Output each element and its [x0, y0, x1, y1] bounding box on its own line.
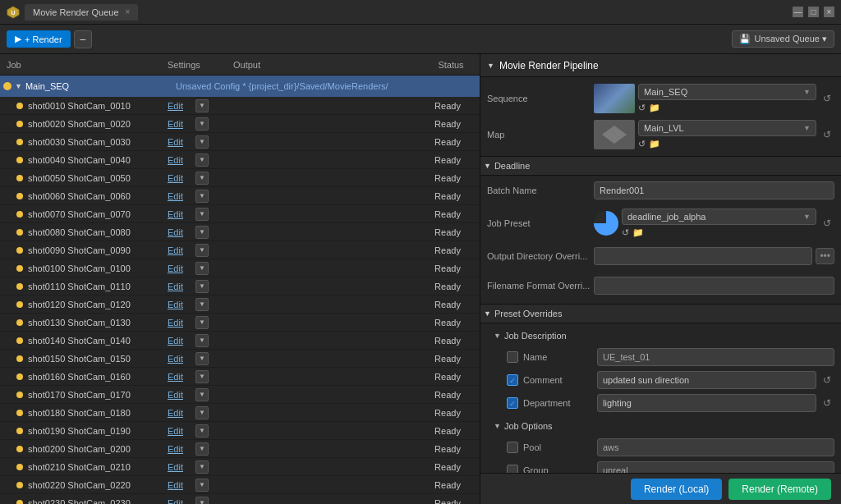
sequence-folder-icon[interactable]: 📁 [649, 103, 660, 113]
table-row[interactable]: shot0080 ShotCam_0080 Edit ▼ Ready [0, 223, 480, 241]
shot-dropdown-button[interactable]: ▼ [195, 497, 209, 505]
shot-dropdown-button[interactable]: ▼ [195, 316, 209, 329]
table-row[interactable]: shot0060 ShotCam_0060 Edit ▼ Ready [0, 187, 480, 205]
deadline-section-header[interactable]: ▼ Deadline [480, 156, 841, 176]
shot-edit-link[interactable]: Edit [168, 372, 192, 382]
shot-dropdown-button[interactable]: ▼ [195, 334, 209, 347]
unsaved-queue-button[interactable]: 💾 Unsaved Queue ▾ [732, 30, 834, 48]
preset-refresh-icon[interactable]: ↺ [622, 227, 629, 238]
table-row[interactable]: shot0180 ShotCam_0180 Edit ▼ Ready [0, 404, 480, 422]
name-field-input[interactable] [597, 348, 834, 366]
job-description-header[interactable]: ▼ Job Description [490, 327, 834, 345]
shot-edit-link[interactable]: Edit [168, 191, 192, 201]
name-checkbox[interactable] [507, 351, 518, 363]
shot-dropdown-button[interactable]: ▼ [195, 406, 209, 419]
table-row[interactable]: shot0130 ShotCam_0130 Edit ▼ Ready [0, 314, 480, 332]
filename-format-input[interactable] [594, 277, 834, 295]
shot-dropdown-button[interactable]: ▼ [195, 244, 209, 257]
table-row[interactable]: shot0150 ShotCam_0150 Edit ▼ Ready [0, 350, 480, 368]
shot-edit-link[interactable]: Edit [168, 155, 192, 165]
remove-button[interactable]: − [74, 30, 92, 48]
table-row[interactable]: shot0140 ShotCam_0140 Edit ▼ Ready [0, 332, 480, 350]
preset-overrides-section-header[interactable]: ▼ Preset Overrides [480, 304, 841, 323]
minimize-button[interactable]: — [793, 7, 803, 17]
shot-dropdown-button[interactable]: ▼ [195, 226, 209, 239]
sequence-refresh-icon[interactable]: ↺ [638, 103, 646, 113]
shot-dropdown-button[interactable]: ▼ [195, 298, 209, 311]
pool-field-input[interactable] [597, 438, 834, 456]
shot-dropdown-button[interactable]: ▼ [195, 388, 209, 401]
shot-dropdown-button[interactable]: ▼ [195, 153, 209, 167]
shot-dropdown-button[interactable]: ▼ [195, 442, 209, 456]
pool-checkbox[interactable] [507, 442, 518, 453]
shot-dropdown-button[interactable]: ▼ [195, 370, 209, 383]
table-row[interactable]: shot0070 ShotCam_0070 Edit ▼ Ready [0, 205, 480, 223]
shot-edit-link[interactable]: Edit [168, 354, 192, 364]
shot-edit-link[interactable]: Edit [168, 336, 192, 346]
shot-dropdown-button[interactable]: ▼ [195, 117, 209, 131]
shot-edit-link[interactable]: Edit [168, 318, 192, 328]
shot-edit-link[interactable]: Edit [168, 173, 192, 183]
department-field-input[interactable] [597, 394, 816, 412]
shot-edit-link[interactable]: Edit [168, 462, 192, 472]
shot-dropdown-button[interactable]: ▼ [195, 208, 209, 221]
shot-dropdown-button[interactable]: ▼ [195, 262, 209, 275]
shot-dropdown-button[interactable]: ▼ [195, 135, 209, 149]
render-remote-button[interactable]: Render (Remote) [728, 479, 831, 500]
map-dropdown[interactable]: Main_LVL ▼ [638, 120, 816, 136]
department-checkbox[interactable]: ✓ [507, 397, 518, 409]
map-refresh-icon[interactable]: ↺ [638, 139, 646, 149]
shot-dropdown-button[interactable]: ▼ [195, 352, 209, 365]
tab-close-icon[interactable]: × [126, 7, 131, 16]
shot-dropdown-button[interactable]: ▼ [195, 172, 209, 185]
sequence-reset-button[interactable]: ↺ [820, 91, 834, 106]
render-button[interactable]: ▶ + Render [7, 30, 71, 48]
shot-edit-link[interactable]: Edit [168, 101, 192, 111]
table-row[interactable]: shot0200 ShotCam_0200 Edit ▼ Ready [0, 440, 480, 458]
sequence-dropdown[interactable]: Main_SEQ ▼ [638, 84, 816, 100]
title-tab[interactable]: Movie Render Queue × [25, 4, 138, 21]
group-field-input[interactable] [597, 461, 834, 473]
shot-edit-link[interactable]: Edit [168, 444, 192, 454]
shot-edit-link[interactable]: Edit [168, 390, 192, 400]
comment-checkbox[interactable]: ✓ [507, 374, 518, 386]
table-row[interactable]: shot0090 ShotCam_0090 Edit ▼ Ready [0, 241, 480, 259]
shot-dropdown-button[interactable]: ▼ [195, 280, 209, 293]
batch-name-input[interactable] [594, 181, 834, 199]
pipeline-collapse-icon[interactable]: ▼ [487, 62, 494, 70]
shot-edit-link[interactable]: Edit [168, 245, 192, 255]
shot-edit-link[interactable]: Edit [168, 263, 192, 273]
table-row[interactable]: shot0050 ShotCam_0050 Edit ▼ Ready [0, 169, 480, 187]
shot-edit-link[interactable]: Edit [168, 227, 192, 237]
shot-dropdown-button[interactable]: ▼ [195, 99, 209, 112]
table-row[interactable]: shot0230 ShotCam_0230 Edit ▼ Ready [0, 494, 480, 504]
render-local-button[interactable]: Render (Local) [631, 479, 722, 500]
table-row[interactable]: shot0010 ShotCam_0010 Edit ▼ Ready [0, 97, 480, 115]
table-row[interactable]: shot0160 ShotCam_0160 Edit ▼ Ready [0, 368, 480, 386]
table-row[interactable]: shot0190 ShotCam_0190 Edit ▼ Ready [0, 422, 480, 440]
shot-edit-link[interactable]: Edit [168, 408, 192, 418]
job-options-header[interactable]: ▼ Job Options [490, 417, 834, 435]
map-reset-button[interactable]: ↺ [820, 127, 834, 142]
maximize-button[interactable]: □ [808, 7, 819, 17]
table-row[interactable]: shot0040 ShotCam_0040 Edit ▼ Ready [0, 151, 480, 169]
shot-edit-link[interactable]: Edit [168, 209, 192, 219]
shot-edit-link[interactable]: Edit [168, 300, 192, 309]
shot-dropdown-button[interactable]: ▼ [195, 190, 209, 203]
table-row[interactable]: shot0210 ShotCam_0210 Edit ▼ Ready [0, 458, 480, 476]
comment-reset-button[interactable]: ↺ [820, 373, 834, 387]
main-seq-row[interactable]: ▼ Main_SEQ Unsaved Config * {project_dir… [0, 76, 480, 97]
table-row[interactable]: shot0100 ShotCam_0100 Edit ▼ Ready [0, 259, 480, 277]
shot-dropdown-button[interactable]: ▼ [195, 479, 209, 492]
shot-edit-link[interactable]: Edit [168, 498, 192, 505]
shot-edit-link[interactable]: Edit [168, 426, 192, 436]
map-folder-icon[interactable]: 📁 [649, 139, 660, 149]
table-row[interactable]: shot0120 ShotCam_0120 Edit ▼ Ready [0, 296, 480, 314]
table-row[interactable]: shot0030 ShotCam_0030 Edit ▼ Ready [0, 133, 480, 151]
table-row[interactable]: shot0220 ShotCam_0220 Edit ▼ Ready [0, 476, 480, 494]
shot-edit-link[interactable]: Edit [168, 282, 192, 291]
table-row[interactable]: shot0110 ShotCam_0110 Edit ▼ Ready [0, 277, 480, 296]
output-dir-browse-button[interactable]: ••• [816, 248, 834, 264]
department-reset-button[interactable]: ↺ [820, 396, 834, 410]
shot-edit-link[interactable]: Edit [168, 119, 192, 129]
